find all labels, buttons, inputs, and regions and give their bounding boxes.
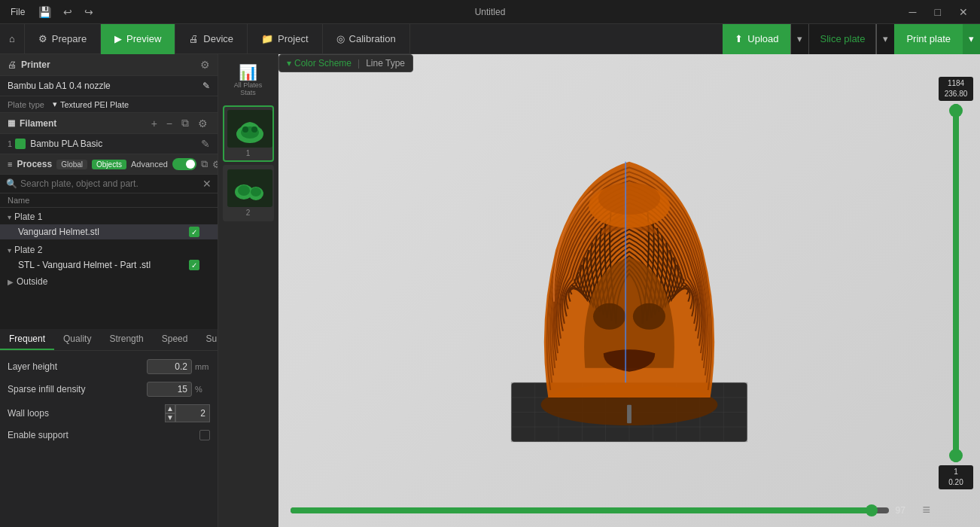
wall-loops-input[interactable] — [175, 404, 210, 422]
svg-point-4 — [251, 126, 257, 133]
all-plates-icon: 📊 — [239, 63, 257, 81]
nav-home[interactable]: ⌂ — [0, 24, 25, 54]
printer-gear-icon[interactable]: ⚙ — [200, 59, 210, 71]
filament-number: 1 — [8, 139, 12, 148]
tree-group-plate2: ▾ Plate 2 STL - Vanguard Helmet - Part .… — [0, 241, 218, 274]
undo-icon[interactable]: ↩ — [60, 5, 75, 20]
titlebar: File 💾 ↩ ↪ Untitled ─ □ ✕ — [0, 0, 980, 24]
preview-icon: ▶ — [114, 33, 122, 44]
filament-add-button[interactable]: + — [149, 117, 160, 129]
process-copy-icon[interactable]: ⧉ — [201, 158, 208, 170]
search-input[interactable] — [20, 178, 202, 189]
minimize-button[interactable]: ─ — [903, 5, 923, 20]
svg-point-28 — [593, 303, 625, 330]
tab-quality[interactable]: Quality — [54, 329, 100, 350]
tree-plate1[interactable]: ▾ Plate 1 — [0, 209, 218, 224]
thumb-plate1[interactable]: 1 — [223, 105, 274, 162]
object-tree: Name ▾ Plate 1 Vanguard Helmet.stl ✓ ▾ P… — [0, 193, 218, 329]
all-plates-button[interactable]: 📊 All Plates Stats — [231, 57, 266, 102]
file-menu[interactable]: File — [6, 5, 29, 19]
plate-chevron-icon: ▾ — [53, 99, 57, 109]
close-button[interactable]: ✕ — [953, 5, 974, 20]
filament-icon: ▦ — [8, 118, 15, 128]
save-icon[interactable]: 💾 — [35, 5, 54, 20]
slider-top-value: 1184 236.80 — [939, 77, 973, 101]
maximize-button[interactable]: □ — [929, 5, 947, 20]
thumb-plate2-num: 2 — [227, 209, 269, 217]
slice-button[interactable]: Slice plate — [808, 24, 876, 54]
filament-color-swatch[interactable] — [15, 139, 26, 149]
wall-loops-label: Wall loops — [8, 408, 165, 419]
v-slider-bottom-thumb[interactable] — [949, 449, 963, 462]
layer-height-input[interactable] — [147, 359, 192, 374]
wall-loops-down[interactable]: ▼ — [165, 413, 175, 422]
print-dropdown[interactable]: ▾ — [963, 24, 980, 54]
stats-label: Stats — [240, 89, 256, 96]
tag-objects[interactable]: Objects — [92, 160, 126, 169]
v-slider-track[interactable] — [953, 104, 959, 462]
printer-edit-icon[interactable]: ✎ — [202, 81, 210, 91]
upload-dropdown[interactable]: ▾ — [790, 24, 808, 54]
nav-device[interactable]: 🖨 Device — [175, 24, 248, 54]
plate-type-value[interactable]: ▾ Textured PEI Plate — [53, 99, 129, 109]
tab-strength[interactable]: Strength — [100, 329, 152, 350]
search-clear-icon[interactable]: ✕ — [202, 178, 212, 190]
wall-loops-up[interactable]: ▲ — [165, 404, 175, 413]
cs-chevron-icon: ▾ — [287, 58, 291, 69]
tab-support[interactable]: Support — [196, 329, 218, 350]
thumb-plate1-num: 1 — [227, 149, 269, 157]
layer-height-row: Layer height mm — [0, 355, 218, 378]
color-scheme-option[interactable]: ▾ Color Scheme — [287, 58, 352, 69]
tree-outside[interactable]: ▶ Outside — [0, 274, 218, 289]
upload-icon: ⬆ — [735, 33, 743, 44]
process-gear-icon[interactable]: ⚙ — [212, 159, 218, 170]
settings-tabs: Frequent Quality Strength Speed Support … — [0, 329, 218, 351]
tab-speed[interactable]: Speed — [153, 329, 197, 350]
tree-item-vanguard-part[interactable]: STL - Vanguard Helmet - Part .stl ✓ — [0, 257, 218, 273]
tree-item-vanguard-part-check[interactable]: ✓ — [189, 260, 199, 270]
filament-name-text: Bambu PLA Basic — [30, 139, 201, 149]
printer-section-icon: 🖨 — [8, 59, 17, 70]
tab-frequent[interactable]: Frequent — [0, 329, 54, 350]
viewport: ▾ Color Scheme | Line Type — [278, 54, 980, 527]
svg-point-8 — [238, 185, 250, 196]
tag-global[interactable]: Global — [56, 160, 87, 169]
plate1-chevron: ▾ — [8, 213, 11, 221]
printer-section-header[interactable]: 🖨 Printer ⚙ — [0, 54, 218, 76]
advanced-toggle[interactable] — [172, 158, 196, 170]
filament-remove-button[interactable]: − — [164, 117, 175, 129]
calibration-icon: ◎ — [336, 33, 345, 44]
line-type-option[interactable]: Line Type — [366, 58, 405, 69]
color-scheme-popup: ▾ Color Scheme | Line Type — [278, 54, 413, 72]
left-panel: 🖨 Printer ⚙ Bambu Lab A1 0.4 nozzle ✎ Pl… — [0, 54, 218, 527]
sparse-infill-input[interactable] — [147, 382, 192, 397]
filament-section-header: ▦ Filament + − ⧉ ⚙ — [0, 113, 218, 134]
filament-settings-button[interactable]: ⚙ — [196, 117, 210, 129]
layers-icon[interactable]: ≡ — [922, 502, 930, 518]
filament-actions: + − ⧉ ⚙ — [149, 117, 210, 129]
redo-icon[interactable]: ↪ — [81, 5, 96, 20]
enable-support-row: Enable support — [0, 426, 218, 444]
nav-project[interactable]: 📁 Project — [248, 24, 322, 54]
nav-preview[interactable]: ▶ Preview — [101, 24, 175, 54]
thumb-plate2[interactable]: 2 — [223, 165, 274, 221]
tree-plate2[interactable]: ▾ Plate 2 — [0, 242, 218, 257]
filament-edit-icon[interactable]: ✎ — [201, 138, 210, 150]
h-slider-thumb[interactable] — [866, 504, 878, 516]
print-button[interactable]: Print plate — [894, 24, 963, 54]
filament-copy-button[interactable]: ⧉ — [179, 117, 191, 129]
tree-item-vanguard-helmet-check[interactable]: ✓ — [189, 227, 199, 237]
tree-item-vanguard-helmet[interactable]: Vanguard Helmet.stl ✓ — [0, 224, 218, 239]
v-slider-top-thumb[interactable] — [949, 104, 963, 117]
home-icon: ⌂ — [9, 33, 15, 44]
process-section-header: ≡ Process Global Objects Advanced ⧉ ⚙ — [0, 154, 218, 175]
h-slider-track[interactable] — [291, 507, 889, 513]
enable-support-checkbox[interactable] — [199, 430, 210, 440]
process-icon: ≡ — [8, 160, 12, 169]
upload-button[interactable]: ⬆ Upload — [723, 24, 790, 54]
process-right: Advanced ⧉ ⚙ — [131, 158, 218, 170]
svg-point-3 — [242, 126, 248, 133]
nav-prepare[interactable]: ⚙ Prepare — [25, 24, 101, 54]
nav-calibration[interactable]: ◎ Calibration — [323, 24, 410, 54]
slice-dropdown[interactable]: ▾ — [876, 24, 894, 54]
